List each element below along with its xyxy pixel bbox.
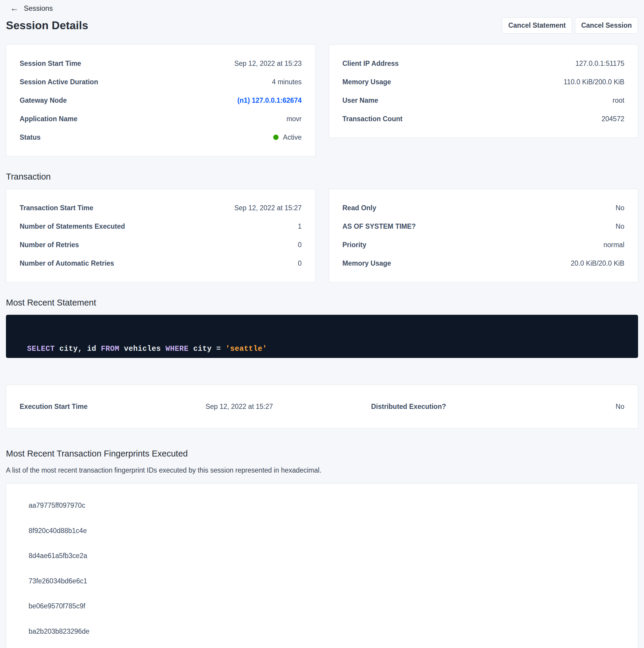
fingerprints-section-heading: Most Recent Transaction Fingerprints Exe… — [6, 449, 638, 458]
fingerprint-id-item: aa79775ff097970c — [28, 501, 616, 510]
back-arrow-icon: ← — [10, 4, 18, 12]
sql-token: city = — [189, 344, 226, 353]
sql-token: FROM — [101, 344, 119, 353]
summary-row: Session Start Time Sep 12, 2022 at 15:23 — [20, 54, 302, 73]
summary-row-value: Active — [273, 133, 302, 142]
summary-row-value: normal — [603, 241, 624, 249]
execution-start-time-label: Execution Start Time — [20, 402, 87, 411]
summary-row-label: Client IP Address — [343, 60, 399, 68]
sql-token: 'seattle' — [226, 344, 267, 353]
fingerprint-id-item: 73fe26034bd6e6c1 — [28, 577, 616, 586]
header-actions: Cancel Statement Cancel Session — [502, 17, 638, 34]
summary-row-value: No — [616, 204, 624, 212]
summary-row-label: Number of Statements Executed — [20, 222, 125, 230]
summary-row: Number of Retries 0 — [20, 235, 302, 254]
summary-row-value: Sep 12, 2022 at 15:23 — [234, 60, 301, 68]
status-active-icon — [273, 134, 279, 140]
summary-row: Priority normal — [343, 235, 625, 254]
summary-row-label: Transaction Count — [343, 115, 403, 123]
transaction-props-card: Read Only No AS OF SYSTEM TIME? No Prior… — [329, 189, 638, 282]
summary-row-label: Number of Retries — [20, 241, 79, 249]
sql-token: city, id — [55, 344, 101, 353]
summary-row: Number of Statements Executed 1 — [20, 217, 302, 235]
summary-row-value: 0 — [298, 241, 302, 249]
summary-row: Read Only No — [343, 199, 625, 217]
fingerprint-id-item: 8f920c40d88b1c4e — [28, 527, 616, 535]
summary-row-value: 0 — [298, 259, 302, 267]
summary-row-label: Number of Automatic Retries — [20, 259, 114, 267]
fingerprints-description: A list of the most recent transaction fi… — [6, 466, 638, 474]
summary-row: Client IP Address 127.0.0.1:51175 — [343, 54, 625, 73]
distributed-execution-item: Distributed Execution? No — [320, 402, 638, 411]
sql-token: WHERE — [166, 344, 189, 353]
page-title: Session Details — [6, 19, 89, 32]
summary-row-label: Transaction Start Time — [20, 204, 94, 212]
transaction-section-heading: Transaction — [6, 172, 638, 182]
summary-row-label: User Name — [343, 97, 378, 105]
summary-row-value: 204572 — [601, 115, 624, 123]
summary-row-label: Read Only — [343, 204, 376, 212]
summary-row: Transaction Start Time Sep 12, 2022 at 1… — [20, 199, 302, 217]
summary-row: Memory Usage 110.0 KiB/200.0 KiB — [343, 73, 625, 91]
distributed-execution-value: No — [616, 402, 624, 411]
summary-row: Session Active Duration 4 minutes — [20, 73, 302, 91]
summary-row: User Name root — [343, 91, 625, 110]
fingerprints-card: aa79775ff097970c 8f920c40d88b1c4e 8d4ae6… — [6, 483, 638, 648]
fingerprint-id-item: 8d4ae61a5fb3ce2a — [28, 552, 616, 560]
summary-row-label: Session Active Duration — [20, 78, 98, 86]
summary-row-value: 1 — [298, 222, 302, 230]
statement-section-heading: Most Recent Statement — [6, 298, 638, 308]
summary-row-label: Memory Usage — [343, 259, 391, 267]
cancel-session-button[interactable]: Cancel Session — [575, 17, 638, 34]
summary-row-label: Memory Usage — [343, 78, 391, 86]
summary-row-value: movr — [286, 115, 301, 123]
summary-row-value: 4 minutes — [272, 78, 302, 86]
summary-row-label: Priority — [343, 241, 367, 249]
summary-row: Number of Automatic Retries 0 — [20, 254, 302, 272]
summary-row: Transaction Count 204572 — [343, 110, 625, 128]
cancel-statement-button[interactable]: Cancel Statement — [502, 17, 572, 34]
summary-row: Application Name movr — [20, 110, 302, 128]
distributed-execution-label: Distributed Execution? — [371, 402, 446, 411]
summary-row-label: Application Name — [20, 115, 77, 123]
breadcrumb-label: Sessions — [24, 4, 53, 12]
summary-row-value: 127.0.0.1:51175 — [575, 60, 624, 68]
summary-row-value: root — [612, 97, 624, 105]
page-header: Session Details Cancel Statement Cancel … — [6, 17, 638, 34]
sql-token: vehicles — [119, 344, 166, 353]
fingerprint-id-item: ba2b203b823296de — [28, 628, 616, 636]
summary-row-label: Status — [20, 133, 41, 142]
summary-row: Gateway Node (n1) 127.0.0.1:62674 — [20, 91, 302, 110]
summary-row-value: No — [616, 222, 624, 230]
summary-row-label: Gateway Node — [20, 97, 67, 105]
summary-row: AS OF SYSTEM TIME? No — [343, 217, 625, 235]
session-summary-row: Session Start Time Sep 12, 2022 at 15:23… — [6, 44, 638, 156]
sql-statement-box: SELECT city, id FROM vehicles WHERE city… — [6, 315, 638, 358]
transaction-cards-row: Transaction Start Time Sep 12, 2022 at 1… — [6, 189, 638, 282]
summary-row-label: AS OF SYSTEM TIME? — [343, 222, 416, 230]
summary-row-value: Sep 12, 2022 at 15:27 — [234, 204, 301, 212]
fingerprint-id-item: be06e9570f785c9f — [28, 602, 616, 610]
transaction-stats-card: Transaction Start Time Sep 12, 2022 at 1… — [6, 189, 315, 282]
execution-start-time-value: Sep 12, 2022 at 15:27 — [206, 402, 273, 411]
sql-token: SELECT — [27, 344, 55, 353]
summary-row-value: 20.0 KiB/20.0 KiB — [571, 259, 624, 267]
summary-row-value: 110.0 KiB/200.0 KiB — [564, 78, 624, 86]
sql-statement-code: SELECT city, id FROM vehicles WHERE city… — [18, 336, 267, 353]
summary-row: Status Active — [20, 128, 302, 147]
summary-row-label: Session Start Time — [20, 60, 81, 68]
breadcrumb-back-sessions[interactable]: ← Sessions — [0, 0, 53, 12]
client-details-card: Client IP Address 127.0.0.1:51175 Memory… — [329, 44, 638, 138]
execution-start-time-item: Execution Start Time Sep 12, 2022 at 15:… — [6, 402, 320, 411]
summary-row: Memory Usage 20.0 KiB/20.0 KiB — [343, 254, 625, 272]
session-details-card: Session Start Time Sep 12, 2022 at 15:23… — [6, 44, 315, 156]
summary-row-value: (n1) 127.0.0.1:62674 — [237, 97, 301, 105]
execution-summary-card: Execution Start Time Sep 12, 2022 at 15:… — [6, 385, 638, 429]
